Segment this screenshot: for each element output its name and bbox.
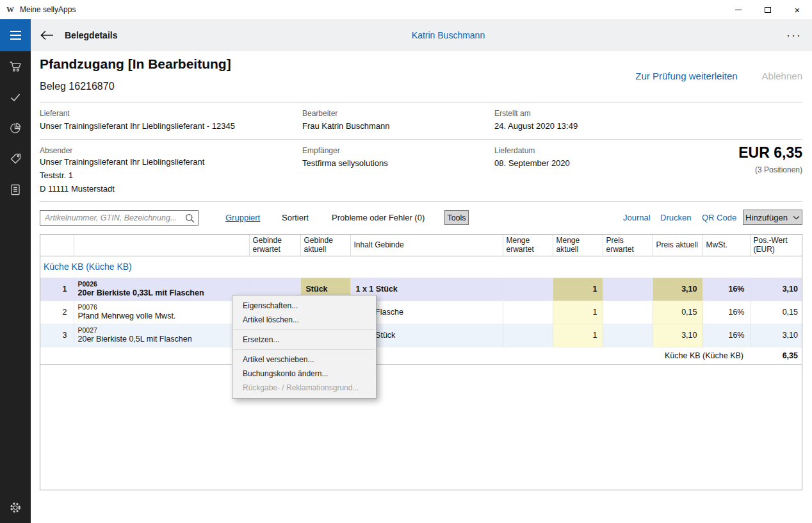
field-value: Frau Katrin Buschmann [302,121,390,131]
sidebar-item-cart[interactable] [0,51,31,82]
col-header-menge-erwartet[interactable]: Menge erwartet [503,235,553,256]
table-row[interactable]: 1 P0026 20er Bierkiste 0,33L mit Flasche… [40,278,802,301]
window-controls: × [724,0,812,19]
sorted-toggle[interactable]: Sortiert [282,213,309,222]
positions-toolbar: Gruppiert Sortiert Probleme oder Fehler … [40,202,802,234]
reject-button: Ablehnen [762,71,802,81]
search-input[interactable] [40,211,198,225]
group-summary-row: Küche KB (Küche KB) 6,35 [40,347,802,364]
menge-erwartet-cell [503,301,553,324]
title-bar: W Meine sellyApps × [0,0,812,19]
document-total: EUR 6,35 (3 Positionen) [738,144,802,174]
sidebar-spacer [0,205,31,492]
article-code: P0027 [78,326,244,335]
close-button[interactable]: × [783,0,812,19]
maximize-icon [765,7,771,13]
problems-filter[interactable]: Probleme oder Fehler (0) [332,213,425,222]
preis-aktuell-cell[interactable]: 0,15 [653,301,702,324]
col-header-gebinde-erwartet[interactable]: Gebinde erwartet [249,235,300,256]
address-line: D 11111 Musterstadt [40,182,204,195]
print-link[interactable]: Drucken [660,213,691,222]
positions-table: Gebinde erwartet Gebinde aktuell Inhalt … [40,235,802,365]
app-header: Belegdetails Katrin Buschmann ··· [0,19,812,51]
article-name: 20er Bierkiste 0,33L mit Flaschen [78,288,244,298]
menu-item-eigenschaften[interactable]: Eigenschaften... [232,299,376,313]
menu-item-buchungskonto-aendern[interactable]: Buchungskonto ändern... [232,367,376,381]
forward-for-review-button[interactable]: Zur Prüfung weiterleiten [635,71,737,81]
menu-item-ersetzen[interactable]: Ersetzen... [232,333,376,347]
tools-button[interactable]: Tools [444,210,469,225]
group-summary-value: 6,35 [750,347,802,364]
document-title: Pfandzugang [In Bearbeitung] [40,56,231,72]
document-number: Beleg 16216870 [40,81,115,92]
mwst-cell: 16% [702,324,750,347]
field-erstellt-am: Erstellt am 24. August 2020 13:49 [494,103,578,131]
maximize-button[interactable] [753,0,783,19]
menu-item-rueckgabe-reklamationsgrund: Rückgabe- / Reklamationsgrund... [232,381,376,395]
more-button[interactable]: ··· [786,32,802,38]
add-button[interactable]: Hinzufügen [743,210,802,225]
pos-wert-cell: 0,15 [750,301,802,324]
field-label: Bearbeiter [302,109,390,118]
article-name: Pfand Mehrweg volle Mwst. [78,311,244,321]
sidebar-item-prices[interactable] [0,144,31,174]
sidebar-item-tasks[interactable] [0,82,31,113]
qr-code-link[interactable]: QR Code [702,213,736,222]
menge-erwartet-cell [503,278,553,301]
field-value: 24. August 2020 13:49 [494,121,578,131]
preis-aktuell-cell[interactable]: 3,10 [653,278,702,301]
col-header-gebinde-aktuell[interactable]: Gebinde aktuell [300,235,350,256]
preis-erwartet-cell [603,278,653,301]
row-number: 3 [40,324,74,347]
pos-wert-cell: 3,10 [750,278,802,301]
positions-count: (3 Positionen) [738,165,802,174]
article-search [40,210,199,226]
menge-aktuell-cell[interactable]: 1 [553,301,603,324]
menge-aktuell-cell[interactable]: 1 [553,324,603,347]
back-arrow-icon [39,29,54,41]
user-link[interactable]: Katrin Buschmann [412,30,485,40]
positions-table-container: Gebinde erwartet Gebinde aktuell Inhalt … [40,234,802,490]
mwst-cell: 16% [702,278,750,301]
chevron-down-icon [793,215,800,220]
gear-icon [9,501,22,514]
pos-wert-cell: 3,10 [750,324,802,347]
group-header[interactable]: Küche KB (Küche KB) [40,256,802,278]
preis-aktuell-cell[interactable]: 3,10 [653,324,702,347]
col-header-preis-erwartet[interactable]: Preis erwartet [603,235,653,256]
back-button[interactable] [39,29,54,41]
table-row[interactable]: 2 P0076 Pfand Mehrweg volle Mwst. 1 x 1 … [40,301,802,324]
sidebar-item-reports[interactable] [0,113,31,144]
col-header-inhalt-gebinde[interactable]: Inhalt Gebinde [350,235,503,256]
search-icon[interactable] [185,213,195,223]
minimize-icon [735,10,742,10]
grouped-toggle[interactable]: Gruppiert [225,213,260,222]
menu-item-artikel-verschieben[interactable]: Artikel verschieben... [232,353,376,367]
col-header-num [40,235,74,256]
info-row-2: Absender Unser Trainingslieferant Ihr Li… [40,140,802,202]
field-value: Unser Trainingslieferant Ihr Lieblingsli… [40,121,235,131]
col-header-pos-wert[interactable]: Pos.-Wert (EUR) [750,235,802,256]
article-code: P0026 [78,280,244,288]
hamburger-menu-button[interactable] [0,19,31,51]
article-cell: P0076 Pfand Mehrweg volle Mwst. [74,301,249,324]
field-lieferdatum: Lieferdatum 08. September 2020 [494,140,570,168]
menge-aktuell-cell[interactable]: 1 [553,278,603,301]
group-header-row: Küche KB (Küche KB) [40,256,802,278]
address-line: Unser Trainingslieferant Ihr Lieblingsli… [40,155,204,169]
checkmark-icon [9,91,22,104]
minimize-button[interactable] [724,0,753,19]
col-header-mwst[interactable]: MwSt. [702,235,750,256]
menu-item-artikel-loeschen[interactable]: Artikel löschen... [232,313,376,327]
sidebar-item-journal[interactable] [0,174,31,205]
col-header-preis-aktuell[interactable]: Preis aktuell [653,235,702,256]
journal-icon [9,183,22,196]
field-lieferant: Lieferant Unser Trainingslieferant Ihr L… [40,103,235,131]
field-bearbeiter: Bearbeiter Frau Katrin Buschmann [302,103,390,131]
col-header-menge-aktuell[interactable]: Menge aktuell [553,235,603,256]
sidebar-item-settings[interactable] [0,492,31,523]
preis-erwartet-cell [603,324,653,347]
table-row[interactable]: 3 P0027 20er Bierkiste 0,5L mit Flaschen… [40,324,802,347]
field-absender: Absender Unser Trainingslieferant Ihr Li… [40,140,204,195]
journal-link[interactable]: Journal [623,213,651,222]
